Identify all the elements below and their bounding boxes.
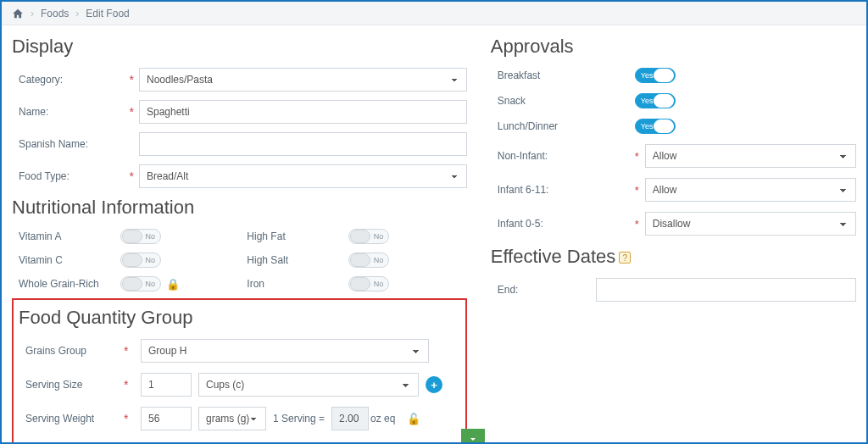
required-marker: *	[122, 73, 134, 86]
foodtype-select[interactable]: Bread/Alt	[139, 164, 467, 188]
expand-down-button[interactable]	[461, 429, 485, 444]
whole-grain-toggle[interactable]: No	[120, 276, 161, 291]
required-marker: *	[122, 105, 134, 119]
spanish-name-label: Spanish Name:	[12, 138, 122, 150]
help-icon[interactable]: ?	[619, 252, 631, 264]
section-approvals: Approvals	[491, 36, 856, 58]
high-salt-toggle[interactable]: No	[348, 253, 389, 268]
whole-grain-label: Whole Grain-Rich	[19, 278, 120, 290]
grains-group-select[interactable]: Group H	[141, 339, 429, 363]
food-quantity-group-box: Food Quantity Group Grains Group * Group…	[12, 298, 467, 444]
high-fat-toggle[interactable]: No	[348, 229, 389, 244]
name-input[interactable]	[139, 100, 467, 124]
spanish-name-input[interactable]	[139, 132, 467, 156]
breakfast-toggle[interactable]: Yes	[635, 68, 676, 83]
serving-equiv-value	[331, 407, 369, 430]
vitamin-a-label: Vitamin A	[19, 230, 120, 242]
serving-equiv-prefix: 1 Serving =	[273, 413, 325, 425]
foodtype-label: Food Type:	[12, 170, 122, 182]
serving-equiv-suffix: oz eq	[370, 413, 395, 425]
serving-weight-label: Serving Weight	[14, 413, 124, 425]
required-marker: *	[635, 218, 645, 230]
grains-group-label: Grains Group	[14, 345, 124, 357]
section-display: Display	[12, 36, 467, 58]
infant-6-11-label: Infant 6-11:	[491, 184, 635, 196]
category-select[interactable]: Noodles/Pasta	[139, 68, 467, 92]
iron-toggle[interactable]: No	[348, 276, 389, 291]
snack-toggle[interactable]: Yes	[635, 93, 676, 108]
required-marker: *	[124, 378, 136, 391]
high-salt-label: High Salt	[247, 254, 348, 266]
serving-weight-unit-select[interactable]: grams (g)	[198, 407, 266, 430]
required-marker: *	[635, 150, 645, 163]
vitamin-c-label: Vitamin C	[19, 254, 120, 266]
add-serving-icon[interactable]: +	[426, 376, 442, 393]
required-marker: *	[635, 184, 645, 197]
non-infant-select[interactable]: Allow	[645, 144, 856, 168]
lock-icon: 🔒	[166, 278, 180, 291]
breadcrumb-sep: ›	[31, 8, 34, 19]
breakfast-label: Breakfast	[491, 69, 635, 81]
lunch-dinner-toggle[interactable]: Yes	[635, 119, 676, 134]
required-marker: *	[122, 169, 134, 183]
section-effective: Effective Dates?	[491, 246, 856, 268]
serving-size-label: Serving Size	[14, 379, 124, 391]
required-marker: *	[124, 412, 136, 425]
breadcrumb-sep: ›	[75, 8, 79, 19]
snack-label: Snack	[491, 95, 635, 107]
category-label: Category:	[12, 74, 122, 86]
home-icon[interactable]	[12, 8, 24, 19]
end-date-label: End:	[491, 284, 596, 296]
iron-label: Iron	[247, 278, 348, 290]
serving-size-input[interactable]	[141, 373, 192, 397]
high-fat-label: High Fat	[247, 230, 348, 242]
lunch-dinner-label: Lunch/Dinner	[491, 120, 635, 132]
infant-6-11-select[interactable]: Allow	[645, 178, 856, 202]
required-marker: *	[124, 344, 136, 358]
breadcrumb: › Foods › Edit Food	[2, 2, 866, 25]
name-label: Name:	[12, 106, 122, 118]
vitamin-c-toggle[interactable]: No	[120, 253, 161, 268]
serving-size-unit-select[interactable]: Cups (c)	[198, 373, 419, 397]
breadcrumb-foods[interactable]: Foods	[41, 8, 69, 19]
section-fqg: Food Quantity Group	[19, 307, 459, 329]
breadcrumb-edit: Edit Food	[86, 8, 129, 19]
end-date-input[interactable]	[596, 278, 856, 302]
vitamin-a-toggle[interactable]: No	[120, 229, 161, 244]
section-nutrition: Nutritional Information	[12, 197, 467, 219]
infant-0-5-label: Infant 0-5:	[491, 218, 635, 230]
serving-weight-input[interactable]	[141, 407, 192, 430]
non-infant-label: Non-Infant:	[491, 150, 635, 162]
unlock-icon[interactable]: 🔓	[407, 413, 420, 425]
infant-0-5-select[interactable]: Disallow	[645, 212, 856, 236]
